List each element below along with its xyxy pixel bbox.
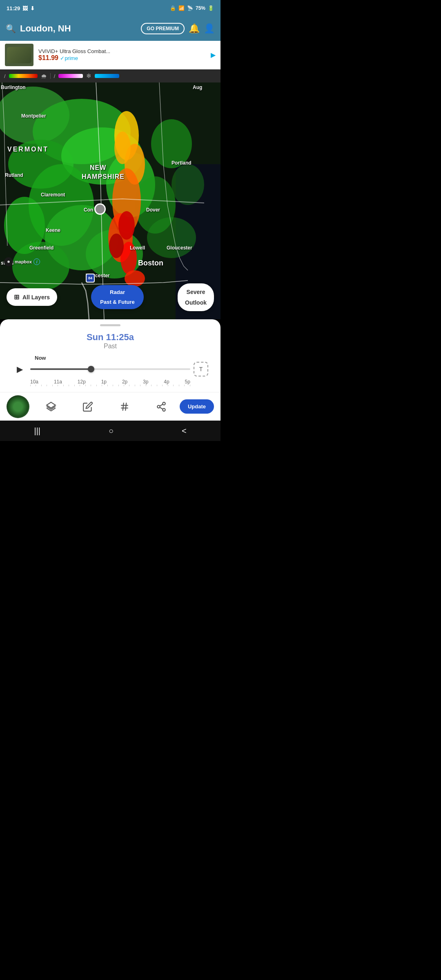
radar-line2: Past & Future <box>100 299 135 305</box>
rain-icon: / <box>4 73 6 79</box>
timeline-row: ▶ T <box>12 362 208 376</box>
mini-radar-display <box>8 396 28 417</box>
time-11a: 11a <box>54 379 62 385</box>
snow-gradient <box>58 74 83 78</box>
time-12p: 12p <box>78 379 86 385</box>
svg-line-30 <box>123 403 124 411</box>
nav-icons <box>33 399 180 415</box>
svg-point-33 <box>157 405 160 408</box>
time-main-label: Sun 11:25a <box>8 332 212 343</box>
svg-line-35 <box>160 407 163 409</box>
nav-layers-button[interactable] <box>43 399 59 415</box>
mini-map[interactable] <box>7 395 29 418</box>
time-10a: 10a <box>30 379 38 385</box>
time-display: Sun 11:25a Past <box>8 332 212 350</box>
slider-track <box>30 368 190 370</box>
mapbox-info-icon[interactable]: i <box>33 258 40 265</box>
legend-bar: / 🌧 / ❄ <box>0 69 220 82</box>
time-5p: 5p <box>185 379 190 385</box>
go-premium-button[interactable]: GO PREMIUM <box>141 23 185 34</box>
user-icon[interactable]: 👤 <box>204 23 215 34</box>
snowflake-icon: ❄ <box>86 72 91 80</box>
severe-line2: Outlook <box>185 299 207 306</box>
signal-icon: 📡 <box>187 5 193 11</box>
timeline-area: Now ▶ T 10a 11a 12p 1p 2p 3p 4p 5p <box>8 355 212 388</box>
radar-line1: Radar <box>110 289 125 296</box>
svg-line-36 <box>160 404 163 406</box>
time-3p: 3p <box>143 379 148 385</box>
now-label: Now <box>35 355 208 361</box>
search-icon[interactable]: 🔍 <box>6 24 16 33</box>
mapbox-logo <box>4 257 13 266</box>
wifi-icon: 📶 <box>178 5 185 11</box>
timeline-slider[interactable] <box>30 365 190 373</box>
ad-title: VViViD+ Ultra Gloss Combat... <box>38 48 206 54</box>
ad-price: $11.99 <box>38 54 58 61</box>
slider-thumb[interactable] <box>88 366 94 372</box>
status-bar: 11:29 🖼 ⬇ 🔒 📶 📡 75% 🔋 <box>0 0 220 16</box>
nav-edit-button[interactable] <box>80 399 96 415</box>
svg-point-32 <box>163 402 165 405</box>
sys-home-button[interactable]: ○ <box>105 423 117 439</box>
battery-label: 75% <box>196 5 205 11</box>
svg-point-34 <box>163 408 165 411</box>
bell-icon[interactable]: 🔔 <box>189 23 200 34</box>
time-2p: 2p <box>122 379 127 385</box>
bottom-nav: Update <box>0 392 220 421</box>
ad-banner[interactable]: VViViD+ Ultra Gloss Combat... $11.99 ✓pr… <box>0 41 220 69</box>
play-button[interactable]: ▶ <box>12 362 27 376</box>
svg-point-26 <box>7 261 10 263</box>
interstate-badge: 84 <box>86 274 95 283</box>
ad-text: VViViD+ Ultra Gloss Combat... $11.99 ✓pr… <box>38 48 206 62</box>
nav-share-button[interactable] <box>153 399 169 415</box>
severe-line1: Severe <box>187 288 205 296</box>
time-1p: 1p <box>101 379 107 385</box>
download-icon: ⬇ <box>30 5 35 11</box>
status-left: 11:29 🖼 ⬇ <box>7 5 35 11</box>
text-extract-icon: T <box>199 366 203 372</box>
sheet-handle <box>100 324 120 326</box>
map-container[interactable]: Burlington Montpelier VERMONT NEW HAMPSH… <box>0 82 220 319</box>
mapbox-label: mapbox <box>15 259 32 264</box>
severe-outlook-button[interactable]: Severe Outlook <box>178 283 214 311</box>
sys-menu-button[interactable]: ||| <box>31 423 44 439</box>
ice-gradient <box>95 74 119 78</box>
timeline-labels: 10a 11a 12p 1p 2p 3p 4p 5p <box>12 378 208 385</box>
svg-line-31 <box>125 403 126 411</box>
layers-icon: ⊞ <box>14 293 19 301</box>
text-extract-button[interactable]: T <box>194 362 208 376</box>
update-button[interactable]: Update <box>180 399 214 414</box>
time-display: 11:29 <box>7 5 20 11</box>
icicle-icon: 🌧 <box>41 73 47 80</box>
location-pin <box>94 203 106 215</box>
lock-icon: 🔒 <box>170 5 176 11</box>
rain-gradient <box>9 74 38 78</box>
radar-button[interactable]: Radar Past & Future <box>91 285 144 309</box>
wind-icon: / <box>54 73 56 79</box>
all-layers-label: All Layers <box>22 294 50 301</box>
all-layers-button[interactable]: ⊞ All Layers <box>7 288 57 306</box>
system-nav-bar: ||| ○ < <box>0 421 220 441</box>
header: 🔍 Loudon, NH GO PREMIUM 🔔 👤 <box>0 16 220 41</box>
map-buttons: ⊞ All Layers Radar Past & Future Severe … <box>0 283 220 311</box>
time-sub-label: Past <box>8 343 212 350</box>
status-right: 🔒 📶 📡 75% 🔋 <box>170 5 214 11</box>
battery-icon: 🔋 <box>208 5 214 11</box>
time-4p: 4p <box>164 379 169 385</box>
nav-hash-button[interactable] <box>116 399 133 415</box>
ad-prime-label: ✓prime <box>60 55 78 61</box>
sys-back-button[interactable]: < <box>178 423 190 439</box>
mapbox-badge[interactable]: mapbox i <box>4 257 40 266</box>
ad-arrow-icon: ▶ <box>211 51 216 59</box>
timeline-ticks <box>12 385 208 388</box>
ad-image <box>5 44 33 66</box>
location-title[interactable]: Loudon, NH <box>20 23 137 34</box>
photo-icon: 🖼 <box>22 5 28 11</box>
ad-price-row: $11.99 ✓prime <box>38 54 206 62</box>
slider-fill <box>30 368 91 370</box>
interstate-number: 84 <box>88 276 92 280</box>
bottom-sheet: Sun 11:25a Past Now ▶ T 10a 11a 12p 1p 2… <box>0 319 220 392</box>
